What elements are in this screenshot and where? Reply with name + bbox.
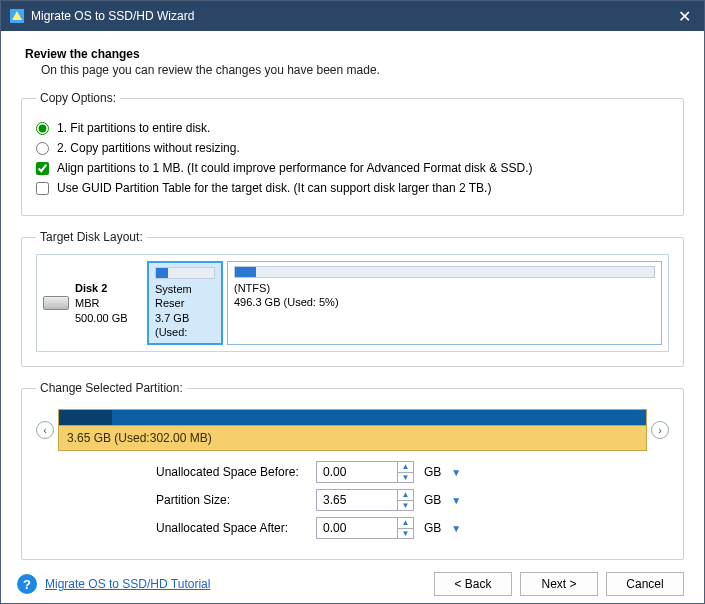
unalloc-after-label: Unallocated Space After: [156,521,316,535]
titlebar: Migrate OS to SSD/HD Wizard ✕ [1,1,704,31]
copy-options-legend: Copy Options: [36,91,120,105]
unit-label: GB [424,521,441,535]
partition-size-line: 3.7 GB (Used: [155,311,215,340]
page-subheading: On this page you can review the changes … [41,63,684,77]
fit-partitions-label[interactable]: 1. Fit partitions to entire disk. [57,121,210,135]
target-disk-legend: Target Disk Layout: [36,230,147,244]
spin-down-icon[interactable]: ▼ [398,529,413,539]
unit-dropdown-icon[interactable]: ▼ [447,495,465,506]
selected-partition-slider[interactable]: 3.65 GB (Used:302.00 MB) [58,409,647,451]
change-partition-group: Change Selected Partition: ‹ 3.65 GB (Us… [21,381,684,560]
unalloc-after-stepper[interactable]: ▲▼ [316,517,414,539]
wizard-window: Migrate OS to SSD/HD Wizard ✕ Review the… [0,0,705,604]
help-icon[interactable]: ? [17,574,37,594]
unit-dropdown-icon[interactable]: ▼ [447,523,465,534]
fit-partitions-radio[interactable] [36,122,49,135]
unalloc-before-stepper[interactable]: ▲▼ [316,461,414,483]
unalloc-before-label: Unallocated Space Before: [156,465,316,479]
cancel-button[interactable]: Cancel [606,572,684,596]
unalloc-before-input[interactable] [317,462,397,482]
align-1mb-checkbox[interactable] [36,162,49,175]
spin-up-icon[interactable]: ▲ [398,518,413,529]
unit-label: GB [424,465,441,479]
content-area: Review the changes On this page you can … [1,31,704,565]
grow-right-button[interactable]: › [651,421,669,439]
use-gpt-label[interactable]: Use GUID Partition Table for the target … [57,181,491,195]
partition-size-input[interactable] [317,490,397,510]
selected-partition-summary: 3.65 GB (Used:302.00 MB) [59,426,646,450]
spin-up-icon[interactable]: ▲ [398,490,413,501]
disk-name: Disk 2 [75,281,128,296]
unit-dropdown-icon[interactable]: ▼ [447,467,465,478]
use-gpt-checkbox[interactable] [36,182,49,195]
partition-ntfs-main[interactable]: (NTFS) 496.3 GB (Used: 5%) [227,261,662,345]
change-partition-legend: Change Selected Partition: [36,381,187,395]
partition-size-stepper[interactable]: ▲▼ [316,489,414,511]
disk-scheme: MBR [75,296,128,311]
partition-size-label: Partition Size: [156,493,316,507]
disk-icon [43,296,69,310]
back-button[interactable]: < Back [434,572,512,596]
target-disk-group: Target Disk Layout: Disk 2 MBR 500.00 GB… [21,230,684,367]
app-icon [9,8,25,24]
unalloc-after-input[interactable] [317,518,397,538]
spin-down-icon[interactable]: ▼ [398,473,413,483]
disk-info: Disk 2 MBR 500.00 GB [43,261,143,345]
copy-without-resize-radio[interactable] [36,142,49,155]
partition-size-line: 496.3 GB (Used: 5%) [234,295,655,309]
spin-down-icon[interactable]: ▼ [398,501,413,511]
target-disk-row: Disk 2 MBR 500.00 GB System Reser 3.7 GB… [36,254,669,352]
shrink-left-button[interactable]: ‹ [36,421,54,439]
align-1mb-label[interactable]: Align partitions to 1 MB. (It could impr… [57,161,533,175]
partition-label: (NTFS) [234,281,655,295]
close-icon[interactable]: ✕ [672,7,696,26]
partition-system-reserved[interactable]: System Reser 3.7 GB (Used: [147,261,223,345]
disk-size: 500.00 GB [75,311,128,326]
copy-options-group: Copy Options: 1. Fit partitions to entir… [21,91,684,216]
footer: ? Migrate OS to SSD/HD Tutorial < Back N… [1,565,704,603]
window-title: Migrate OS to SSD/HD Wizard [31,9,672,23]
next-button[interactable]: Next > [520,572,598,596]
tutorial-link[interactable]: Migrate OS to SSD/HD Tutorial [45,577,210,591]
unit-label: GB [424,493,441,507]
partition-label: System Reser [155,282,215,311]
page-heading: Review the changes [25,47,684,61]
spin-up-icon[interactable]: ▲ [398,462,413,473]
copy-without-resize-label[interactable]: 2. Copy partitions without resizing. [57,141,240,155]
